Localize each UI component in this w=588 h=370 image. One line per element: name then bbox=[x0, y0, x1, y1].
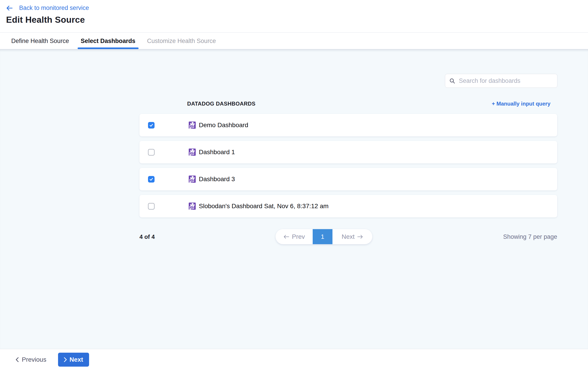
top-header: Back to monitored service Edit Health So… bbox=[0, 0, 588, 33]
content-area: DATADOG DASHBOARDS + Manually input quer… bbox=[0, 49, 588, 349]
row-main: Dashboard 3 bbox=[189, 175, 235, 183]
datadog-logo-icon bbox=[189, 175, 196, 183]
tab-select-dashboards[interactable]: Select Dashboards bbox=[81, 33, 136, 49]
row-label: Dashboard 1 bbox=[199, 149, 235, 156]
per-page-label: Showing 7 per page bbox=[503, 233, 557, 240]
pagination-prev-button[interactable]: Prev bbox=[275, 229, 313, 244]
checkmark-icon bbox=[149, 177, 153, 181]
tab-define-health-source[interactable]: Define Health Source bbox=[11, 33, 69, 49]
datadog-logo-icon bbox=[189, 148, 196, 156]
search-input[interactable] bbox=[459, 77, 553, 84]
row-checkbox-checked[interactable] bbox=[148, 122, 155, 129]
list-header-row: DATADOG DASHBOARDS + Manually input quer… bbox=[139, 99, 557, 108]
previous-button-label: Previous bbox=[22, 356, 46, 363]
next-button[interactable]: Next bbox=[58, 353, 89, 367]
row-checkbox-checked[interactable] bbox=[148, 176, 155, 183]
tab-bar: Define Health Source Select Dashboards C… bbox=[0, 33, 588, 49]
previous-button[interactable]: Previous bbox=[16, 356, 46, 363]
search-icon bbox=[449, 78, 455, 84]
row-label: Dashboard 3 bbox=[199, 175, 235, 183]
pagination-next-label: Next bbox=[342, 233, 355, 240]
tab-customize-health-source[interactable]: Customize Health Source bbox=[147, 33, 216, 49]
dashboard-search-box bbox=[445, 74, 557, 88]
footer-bar: Previous Next bbox=[0, 349, 588, 370]
row-main: Slobodan's Dashboard Sat, Nov 6, 8:37:12… bbox=[189, 202, 329, 210]
back-to-monitored-service-link[interactable]: Back to monitored service bbox=[6, 4, 89, 11]
row-label: Demo Dashboard bbox=[199, 121, 248, 129]
back-arrow-icon bbox=[6, 5, 13, 11]
list-title: DATADOG DASHBOARDS bbox=[187, 101, 255, 107]
next-button-label: Next bbox=[70, 356, 83, 363]
pager: Prev 1 Next bbox=[275, 229, 372, 244]
pagination-row: 4 of 4 Prev 1 Next Showing 7 p bbox=[139, 229, 557, 244]
row-main: Demo Dashboard bbox=[189, 121, 248, 129]
pagination-page-1[interactable]: 1 bbox=[313, 229, 333, 244]
arrow-left-icon bbox=[284, 235, 289, 239]
page-title: Edit Health Source bbox=[6, 15, 85, 25]
manually-input-query-link[interactable]: + Manually input query bbox=[492, 101, 550, 107]
datadog-logo-icon bbox=[189, 121, 196, 129]
result-count: 4 of 4 bbox=[139, 233, 155, 240]
checkmark-icon bbox=[149, 123, 153, 127]
dashboard-row[interactable]: Slobodan's Dashboard Sat, Nov 6, 8:37:12… bbox=[139, 195, 557, 218]
dashboard-list: Demo Dashboard bbox=[139, 114, 557, 222]
pagination-prev-label: Prev bbox=[292, 233, 305, 240]
datadog-logo-icon bbox=[189, 202, 196, 210]
dashboard-row[interactable]: Dashboard 1 bbox=[139, 141, 557, 163]
chevron-right-icon bbox=[64, 357, 67, 362]
arrow-right-icon bbox=[357, 235, 363, 239]
row-checkbox-unchecked[interactable] bbox=[148, 149, 155, 155]
row-checkbox-unchecked[interactable] bbox=[148, 203, 155, 209]
row-main: Dashboard 1 bbox=[189, 148, 235, 156]
row-label: Slobodan's Dashboard Sat, Nov 6, 8:37:12… bbox=[199, 203, 329, 210]
dashboard-row[interactable]: Demo Dashboard bbox=[139, 114, 557, 136]
dashboard-row[interactable]: Dashboard 3 bbox=[139, 168, 557, 190]
chevron-left-icon bbox=[16, 357, 19, 362]
back-link-label[interactable]: Back to monitored service bbox=[19, 4, 89, 11]
pagination-next-button[interactable]: Next bbox=[333, 229, 372, 244]
